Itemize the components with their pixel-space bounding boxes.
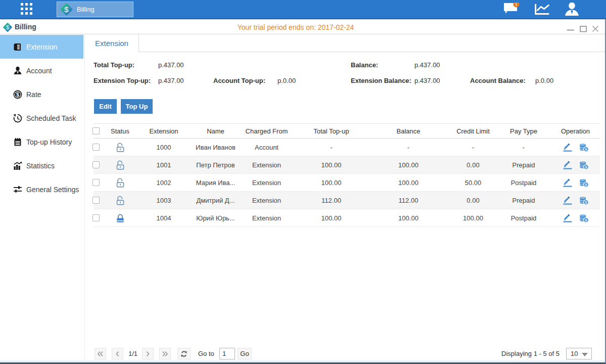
svg-text:$: $ (64, 5, 69, 14)
svg-text:$: $ (16, 92, 19, 98)
svg-text:!: ! (516, 3, 517, 7)
